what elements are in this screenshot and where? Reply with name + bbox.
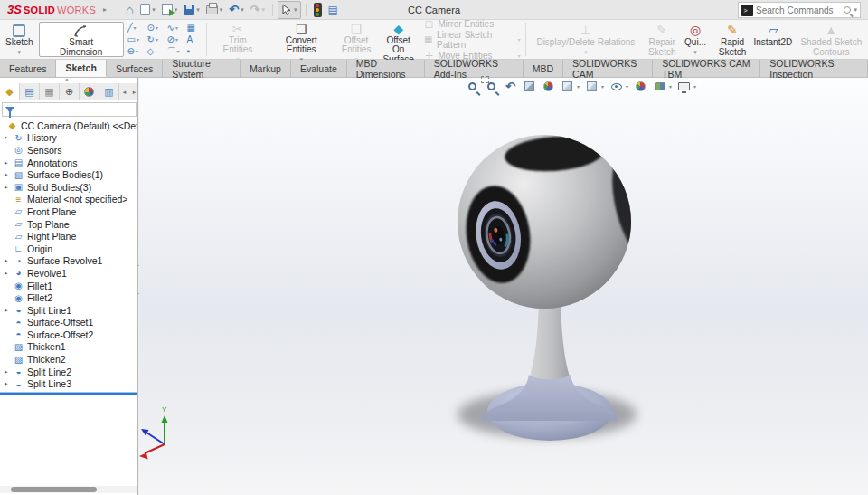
feature-tree-item[interactable]: ◎ Sensors [0,144,138,157]
offset-entities-button[interactable]: ❏ Offset Entities▾ [336,21,376,58]
panel-tab[interactable]: ▥ [99,83,119,100]
sketch-entity-button[interactable]: ◇ [147,45,167,57]
feature-tree-item[interactable]: ◆ CC Camera (Default) <<Default>_Dis [0,119,138,132]
feature-tree-item[interactable]: ▸ ◒ Split Line2 [0,366,138,378]
feature-tree-item[interactable]: ▱ Top Plane [0,218,138,231]
panel-tab[interactable]: ⊕ [60,83,80,100]
ribbon-tab[interactable]: Surfaces [107,60,163,77]
feature-tree-item[interactable]: ▨ Thicken2 [0,353,138,366]
feature-tree-item[interactable]: ◉ Fillet2 [0,291,138,304]
ribbon-tab[interactable]: Structure System [163,60,241,77]
feature-tree-item[interactable]: ▸ ▧ Surface Bodies(1) [0,168,138,181]
feature-tree-item[interactable]: ▸ ◕ Revolve1 [0,267,138,280]
convert-entities-button[interactable]: ❏ Convert Entities▾ [266,21,336,58]
feature-tree-item[interactable]: ◓ Surface-Offset1 [0,317,138,329]
display-delete-relations-button[interactable]: ⊥ Display/Delete Relations▾ [529,21,642,58]
expand-arrow-icon[interactable]: ▸ [5,134,13,141]
ribbon-tab[interactable]: SOLIDWORKS CAM [563,60,653,77]
feature-tree-item[interactable]: ▱ Front Plane [0,205,138,218]
panel-tab[interactable]: ▦ [40,83,60,100]
panel-tab-scroll-right-icon[interactable]: ▸ [129,83,138,100]
ribbon-tab[interactable]: MBD [524,60,563,77]
feature-tree-item[interactable]: ▱ Right Plane [0,230,138,243]
ribbon-tab[interactable]: Evaluate [291,60,347,77]
sketch-entity-button[interactable]: ∿▾ [167,22,187,33]
feature-tree-item[interactable]: ▸ ◒ Split Line1 [0,304,138,317]
feature-tree-item[interactable]: ∟ Origin [0,243,138,255]
sketch-entity-button[interactable]: ▪ [187,45,202,57]
expand-arrow-icon[interactable]: ▸ [5,307,13,314]
ribbon-tab[interactable]: Features [0,60,56,77]
feature-tree-item[interactable]: ▸ ▤ Annotations [0,157,138,169]
search-dropdown-icon[interactable]: ▾ [854,6,857,14]
sketch-entity-button[interactable]: ↻▾ [147,33,167,45]
expand-arrow-icon[interactable]: ▸ [5,171,13,178]
feature-tree-item[interactable]: ▨ Thicken1 [0,341,138,354]
sketch-entity-button[interactable]: ▭▾ [127,33,147,45]
new-document-button[interactable]: ▾ [137,1,158,19]
panel-tab[interactable]: ◆ [0,83,20,100]
shaded-sketch-contours-button[interactable]: ▲ Shaded Sketch Contours [797,21,866,58]
search-icon[interactable] [844,6,851,14]
sketch-entity-button[interactable]: ╱▾ [127,22,147,33]
ribbon-tab[interactable]: SOLIDWORKS Add-Ins [425,60,524,77]
ribbon-tab[interactable]: SOLIDWORKS CAM TBM [653,60,760,77]
expand-arrow-icon[interactable]: ▸ [5,380,13,387]
expand-arrow-icon[interactable]: ▸ [5,368,13,376]
smart-dimension-button[interactable]: Smart Dimension▾ [39,22,124,57]
offset-on-surface-button[interactable]: ◆ Offset On Surface [376,21,421,58]
feature-tree-item[interactable]: ▸ ▣ Solid Bodies(3) [0,181,138,194]
search-commands-input[interactable] [756,5,841,15]
panel-resize-grip[interactable]: ● [65,79,71,82]
trim-entities-button[interactable]: ✂ Trim Entities▾ [210,21,267,58]
graphics-viewport[interactable]: ↶ ▾ ▾ ▾ ▾ ▾ [139,78,868,495]
sketch-entity-button[interactable]: ⊘▾ [167,33,187,45]
file-properties-button[interactable]: ▤ [326,1,341,19]
feature-manager-panel: ● ◆▤▦⊕▥ ◂ ▸ ◆ CC Camera (Default) <<Defa… [0,78,138,495]
sketch-entity-button[interactable]: ⊙▾ [147,22,167,33]
rapid-sketch-button[interactable]: ✎ Rapid Sketch [715,21,750,58]
ribbon-tab[interactable]: SOLIDWORKS Inspection [760,60,868,77]
panel-tab-scroll-left-icon[interactable]: ◂ [119,83,129,100]
expand-arrow-icon[interactable]: ▸ [5,270,13,277]
expand-arrow-icon[interactable]: ▸ [5,159,13,167]
scrollbar-thumb[interactable] [11,487,97,492]
options-button[interactable] [311,1,325,19]
select-tool-button[interactable]: ▾ [278,1,301,19]
feature-tree-item[interactable]: ▸ ↻ History [0,132,138,145]
tree-filter-box[interactable] [2,102,137,117]
feature-tree-item[interactable]: ◓ Surface-Offset2 [0,328,138,341]
redo-button[interactable]: ↶▾ [248,1,268,19]
logo-expand-icon[interactable]: ▸ [103,5,107,14]
sketch-entity-icon: ⊙ [147,24,155,33]
search-commands-box[interactable]: >_ ▾ [738,2,861,18]
home-button[interactable]: ⌂ [123,1,137,19]
feature-tree-item[interactable]: ≡ Material <not specified> [0,194,138,206]
quick-snaps-button[interactable]: ◎ Qui...▾ [682,21,709,58]
tree-horizontal-scrollbar[interactable] [0,486,138,493]
save-button[interactable]: ▾ [181,1,203,19]
undo-button[interactable]: ↶▾ [226,1,246,19]
instant2d-button[interactable]: ▱ Instant2D [750,21,797,58]
linear-sketch-pattern-button[interactable]: ▦Linear Sketch Pattern▾ [423,30,520,50]
ribbon-tab[interactable]: MBD Dimensions [347,60,425,77]
print-button[interactable]: ▾ [203,1,226,19]
panel-tab[interactable]: ▤ [20,83,40,100]
ribbon-tab[interactable]: Sketch [56,60,106,77]
expand-arrow-icon[interactable]: ▸ [5,184,13,191]
sketch-entity-button[interactable]: ⊖▾ [127,45,147,57]
sketch-entity-button[interactable]: ▦ [187,22,202,33]
feature-tree-item[interactable]: ▸ ◔ Surface-Revolve1 [0,255,138,268]
sketch-entity-button[interactable]: A [187,33,202,45]
rollback-bar[interactable] [0,392,138,395]
ribbon-tab[interactable]: Markup [241,60,291,77]
expand-arrow-icon[interactable]: ▸ [5,257,13,264]
feature-tree-item[interactable]: ◉ Fillet1 [0,280,138,292]
feature-tree-item[interactable]: ▸ ◒ Split Line3 [0,377,138,390]
sketch-entity-button[interactable]: ⌒▾ [167,45,187,57]
sketch-button[interactable]: Sketch▾ [2,21,37,58]
panel-tab[interactable] [80,83,99,100]
mirror-entities-button[interactable]: ◫Mirror Entities [423,19,520,29]
open-button[interactable]: ▾ [159,1,181,19]
repair-sketch-button[interactable]: ✎ Repair Sketch [642,21,682,58]
